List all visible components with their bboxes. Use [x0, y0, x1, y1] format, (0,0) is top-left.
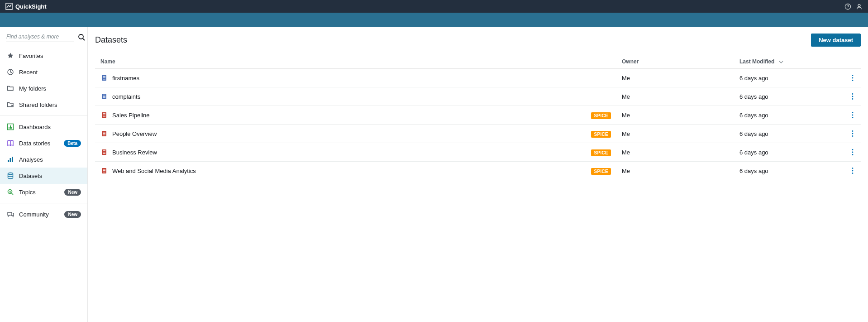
chart-icon	[6, 155, 14, 163]
svg-point-38	[852, 117, 854, 118]
clock-icon	[6, 68, 14, 76]
dataset-name: People Overview	[112, 130, 157, 137]
svg-rect-54	[103, 169, 105, 170]
app-name: QuickSight	[15, 3, 47, 10]
svg-point-4	[79, 34, 83, 39]
modified-cell: 6 days ago	[734, 143, 843, 162]
kebab-icon[interactable]	[850, 110, 855, 120]
sidebar-item-label: Topics	[19, 189, 60, 196]
star-icon	[6, 52, 14, 60]
new-dataset-button[interactable]: New dataset	[811, 34, 861, 47]
svg-rect-10	[11, 127, 12, 129]
sidebar-item-dashboards[interactable]: Dashboards	[0, 119, 87, 135]
kebab-icon[interactable]	[850, 72, 855, 83]
svg-line-16	[12, 193, 14, 195]
svg-rect-55	[103, 170, 105, 171]
sidebar: FavoritesRecentMy foldersShared folders …	[0, 27, 88, 322]
table-row[interactable]: complaintsMe6 days ago	[95, 87, 861, 106]
sidebar-item-favorites[interactable]: Favorites	[0, 48, 87, 64]
kebab-icon[interactable]	[850, 128, 855, 139]
user-icon[interactable]	[856, 3, 863, 10]
svg-rect-26	[103, 95, 105, 96]
table-row[interactable]: firstnamesMe6 days ago	[95, 69, 861, 87]
sidebar-item-topics[interactable]: QTopicsNew	[0, 184, 87, 200]
badge-new: New	[64, 211, 81, 218]
sidebar-item-community[interactable]: CommunityNew	[0, 206, 87, 222]
svg-point-51	[852, 152, 854, 153]
svg-point-24	[852, 80, 854, 81]
sidebar-item-label: Analyses	[19, 156, 81, 163]
content: Datasets New dataset Name Owner Last Mod…	[88, 27, 868, 322]
dataset-name: Business Review	[112, 149, 157, 156]
folder-icon	[6, 84, 14, 92]
svg-rect-27	[103, 96, 105, 97]
svg-rect-42	[103, 135, 105, 135]
svg-point-50	[852, 149, 854, 150]
svg-rect-21	[103, 79, 105, 80]
svg-point-29	[852, 93, 854, 95]
sidebar-item-shared-folders[interactable]: Shared folders	[0, 96, 87, 113]
svg-point-30	[852, 96, 854, 97]
help-icon[interactable]	[844, 3, 851, 10]
sidebar-item-recent[interactable]: Recent	[0, 64, 87, 80]
sidebar-item-data-stories[interactable]: Data storiesBeta	[0, 135, 87, 151]
spice-badge: SPICE	[591, 168, 611, 175]
book-icon	[6, 139, 14, 147]
col-header-name[interactable]: Name	[95, 55, 616, 69]
svg-rect-9	[10, 125, 11, 129]
svg-rect-48	[103, 152, 105, 153]
kebab-icon[interactable]	[850, 165, 855, 176]
svg-point-36	[852, 112, 854, 113]
dataset-name: Web and Social Media Analytics	[112, 168, 196, 174]
svg-point-14	[8, 173, 13, 175]
kebab-icon[interactable]	[850, 147, 855, 158]
dataset-name: complaints	[112, 93, 140, 100]
svg-point-37	[852, 115, 854, 116]
table-row[interactable]: Web and Social Media AnalyticsSPICEMe6 d…	[95, 162, 861, 180]
svg-point-58	[852, 170, 854, 172]
content-header: Datasets New dataset	[95, 34, 861, 47]
col-header-owner[interactable]: Owner	[616, 55, 734, 69]
sidebar-item-datasets[interactable]: Datasets	[0, 168, 87, 184]
table-row[interactable]: Business ReviewSPICEMe6 days ago	[95, 143, 861, 162]
sidebar-item-my-folders[interactable]: My folders	[0, 80, 87, 96]
svg-text:Q: Q	[9, 190, 11, 193]
svg-point-31	[852, 98, 854, 100]
svg-rect-11	[8, 160, 9, 162]
magnify-q-icon: Q	[6, 188, 14, 196]
sidebar-item-label: Dashboards	[19, 124, 81, 130]
svg-rect-12	[10, 158, 11, 162]
dashboard-icon	[6, 123, 14, 131]
col-header-modified-label: Last Modified	[739, 58, 774, 65]
svg-rect-40	[103, 132, 105, 133]
sidebar-item-label: Community	[19, 211, 60, 218]
modified-cell: 6 days ago	[734, 87, 843, 106]
svg-line-5	[83, 38, 85, 40]
spice-badge: SPICE	[591, 112, 611, 119]
svg-point-59	[852, 173, 854, 174]
owner-cell: Me	[616, 69, 734, 87]
kebab-icon[interactable]	[850, 91, 855, 102]
svg-rect-56	[103, 172, 105, 173]
col-header-modified[interactable]: Last Modified	[734, 55, 843, 69]
svg-point-43	[852, 130, 854, 132]
svg-rect-8	[9, 127, 10, 129]
owner-cell: Me	[616, 87, 734, 106]
search-icon[interactable]	[78, 34, 85, 41]
sidebar-item-label: Shared folders	[19, 101, 81, 108]
community-icon	[6, 210, 14, 218]
table-row[interactable]: Sales PipelineSPICEMe6 days ago	[95, 106, 861, 125]
svg-point-3	[858, 4, 860, 6]
table-row[interactable]: People OverviewSPICEMe6 days ago	[95, 125, 861, 143]
owner-cell: Me	[616, 125, 734, 143]
modified-cell: 6 days ago	[734, 162, 843, 180]
badge-beta: Beta	[64, 140, 81, 147]
sidebar-item-label: Favorites	[19, 53, 81, 59]
dataset-icon	[100, 111, 108, 119]
owner-cell: Me	[616, 162, 734, 180]
quicksight-logo-icon	[5, 3, 13, 10]
search-input[interactable]	[6, 32, 74, 42]
topbar-left: QuickSight	[5, 3, 47, 10]
owner-cell: Me	[616, 143, 734, 162]
sidebar-item-analyses[interactable]: Analyses	[0, 151, 87, 168]
